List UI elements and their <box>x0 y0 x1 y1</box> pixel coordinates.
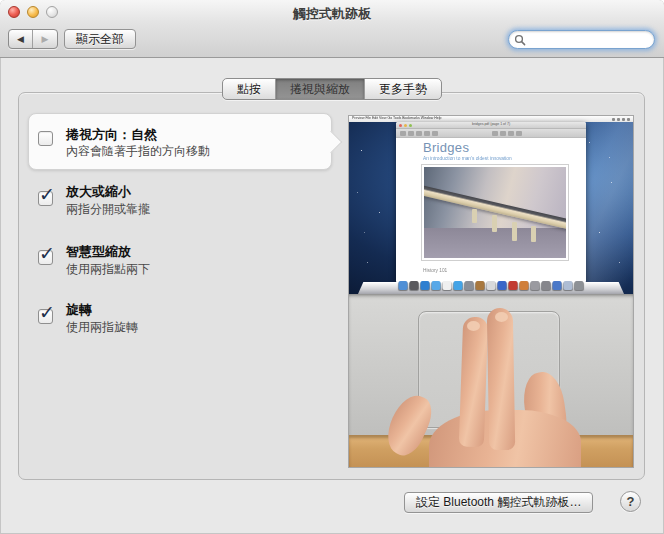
slide-footer: History 101 <box>423 268 447 273</box>
mini-toolbar-segmented <box>492 131 522 136</box>
mini-window-toolbar <box>396 129 586 138</box>
option-description: 內容會隨著手指的方向移動 <box>66 143 210 160</box>
dock-app-icon <box>454 281 463 290</box>
bridge-photo-frame <box>421 164 569 261</box>
dock-app-icon <box>487 281 496 290</box>
rotate-checkbox[interactable]: ✓ <box>38 309 53 324</box>
nav-buttons: ◀ ▶ <box>8 29 58 49</box>
option-label: 放大或縮小 <box>66 183 131 201</box>
checkmark-icon: ✓ <box>39 242 55 265</box>
tab-bar: 點按 捲視與縮放 更多手勢 <box>222 78 442 100</box>
option-description: 使用兩指旋轉 <box>66 319 138 336</box>
dock-app-icon <box>531 281 540 290</box>
help-button[interactable]: ? <box>620 491 641 512</box>
scroll-direction-checkbox[interactable]: ✓ <box>38 131 53 146</box>
dock-icons <box>399 281 584 290</box>
mini-menubar-status-icons <box>612 118 630 121</box>
mini-window-titlebar: bridges.pdf (page 1 of 7) <box>396 122 586 129</box>
mini-toolbar-buttons <box>400 131 438 136</box>
show-all-button[interactable]: 顯示全部 <box>64 29 136 49</box>
search-input[interactable] <box>529 32 649 47</box>
dock-app-icon <box>553 281 562 290</box>
dock-app-icon <box>465 281 474 290</box>
gesture-demo-video: Preview File Edit View Go Tools Bookmark… <box>348 115 634 468</box>
tab-more-gestures[interactable]: 更多手勢 <box>364 79 441 99</box>
zoom-in-out-checkbox[interactable]: ✓ <box>38 191 53 206</box>
hand-index-finger <box>459 317 489 448</box>
fingernail <box>495 312 508 322</box>
back-button[interactable]: ◀ <box>9 30 33 48</box>
mini-preview-window: bridges.pdf (page 1 of 7) Bridges An int… <box>396 122 586 283</box>
tab-point-click[interactable]: 點按 <box>223 79 275 99</box>
stars <box>349 122 350 123</box>
option-label: 旋轉 <box>66 301 92 319</box>
trackpad-preferences-window: 觸控式軌跡板 ◀ ▶ 顯示全部 點按 捲視與縮放 更多手勢 ✓ 捲視方向：自然 … <box>0 0 664 534</box>
checkmark-icon: ✓ <box>39 301 55 324</box>
dock-app-icon <box>564 281 573 290</box>
tab-scroll-zoom[interactable]: 捲視與縮放 <box>275 79 364 99</box>
window-header: 觸控式軌跡板 ◀ ▶ 顯示全部 <box>0 0 664 58</box>
setup-bluetooth-trackpad-button[interactable]: 設定 Bluetooth 觸控式軌跡板… <box>404 492 593 513</box>
fingernail <box>467 321 480 331</box>
dock-app-icon <box>476 281 485 290</box>
mini-traffic-lights <box>399 124 412 127</box>
checkmark-icon: ✓ <box>39 183 55 206</box>
slide-title: Bridges <box>423 140 469 155</box>
dock-app-icon <box>509 281 518 290</box>
dock-app-icon <box>410 281 419 290</box>
option-description: 兩指分開或靠攏 <box>66 201 150 218</box>
option-description: 使用兩指點兩下 <box>66 261 150 278</box>
dock-app-icon <box>520 281 529 290</box>
dock-app-icon <box>399 281 408 290</box>
dock-app-icon <box>498 281 507 290</box>
smart-zoom-checkbox[interactable]: ✓ <box>38 250 53 265</box>
slide-subtitle: An introduction to man's oldest innovati… <box>423 156 512 161</box>
hand-middle-finger <box>487 308 515 450</box>
search-icon <box>514 34 526 46</box>
mini-menubar-items: Preview File Edit View Go Tools Bookmark… <box>352 116 441 120</box>
forward-button[interactable]: ▶ <box>33 30 57 48</box>
window-title: 觸控式軌跡板 <box>0 5 664 23</box>
bridge-photo <box>424 167 566 258</box>
dock-app-icon <box>443 281 452 290</box>
dock-app-icon <box>421 281 430 290</box>
dock-app-icon <box>542 281 551 290</box>
dock-app-icon <box>432 281 441 290</box>
dock-app-icon <box>575 281 584 290</box>
option-label: 智慧型縮放 <box>66 243 131 261</box>
option-label: 捲視方向：自然 <box>66 126 157 144</box>
search-field[interactable] <box>508 30 655 49</box>
mini-window-title: bridges.pdf (page 1 of 7) <box>472 122 510 126</box>
